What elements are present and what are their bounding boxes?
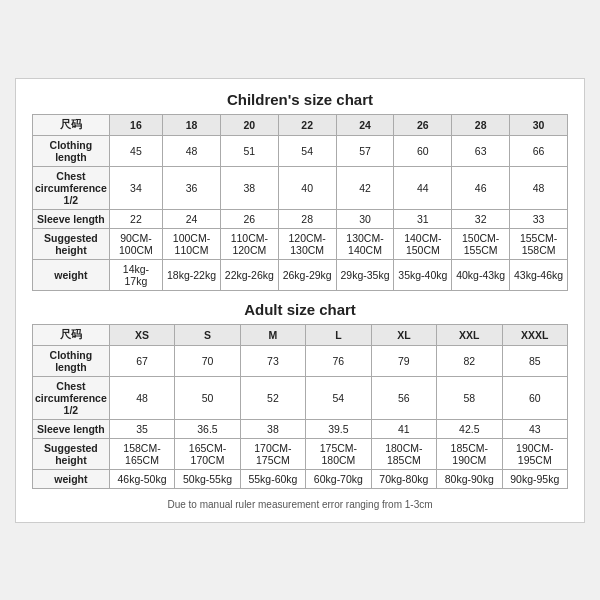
table-row: Sleeve length2224262830313233 xyxy=(33,209,568,228)
row-label-2: Sleeve length xyxy=(33,419,110,438)
col-header-5: XL xyxy=(371,324,436,345)
cell-r3-c2: 170CM-175CM xyxy=(240,438,305,469)
cell-r1-c7: 48 xyxy=(510,166,568,209)
cell-r0-c5: 60 xyxy=(394,135,452,166)
cell-r3-c1: 165CM-170CM xyxy=(175,438,240,469)
col-header-6: XXL xyxy=(437,324,502,345)
table-row: Chest circumference 1/248505254565860 xyxy=(33,376,568,419)
col-header-3: 20 xyxy=(220,114,278,135)
footer-note: Due to manual ruler measurement error ra… xyxy=(32,499,568,510)
col-header-6: 26 xyxy=(394,114,452,135)
cell-r3-c6: 150CM-155CM xyxy=(452,228,510,259)
row-label-3: Suggested height xyxy=(33,438,110,469)
cell-r0-c1: 48 xyxy=(163,135,221,166)
children-size-table: 尺码1618202224262830 Clothing length454851… xyxy=(32,114,568,291)
cell-r0-c2: 51 xyxy=(220,135,278,166)
cell-r4-c3: 26kg-29kg xyxy=(278,259,336,290)
cell-r2-c2: 26 xyxy=(220,209,278,228)
cell-r4-c0: 14kg-17kg xyxy=(109,259,162,290)
row-label-0: Clothing length xyxy=(33,135,110,166)
cell-r0-c4: 79 xyxy=(371,345,436,376)
col-header-7: 28 xyxy=(452,114,510,135)
cell-r4-c1: 18kg-22kg xyxy=(163,259,221,290)
cell-r3-c3: 175CM-180CM xyxy=(306,438,371,469)
cell-r1-c6: 60 xyxy=(502,376,567,419)
cell-r3-c5: 140CM-150CM xyxy=(394,228,452,259)
cell-r2-c7: 33 xyxy=(510,209,568,228)
children-chart-title: Children's size chart xyxy=(32,91,568,108)
cell-r4-c4: 29kg-35kg xyxy=(336,259,394,290)
col-header-4: L xyxy=(306,324,371,345)
cell-r3-c7: 155CM-158CM xyxy=(510,228,568,259)
row-label-2: Sleeve length xyxy=(33,209,110,228)
table-row: Suggested height158CM-165CM165CM-170CM17… xyxy=(33,438,568,469)
cell-r3-c1: 100CM-110CM xyxy=(163,228,221,259)
col-header-8: 30 xyxy=(510,114,568,135)
cell-r2-c2: 38 xyxy=(240,419,305,438)
cell-r2-c5: 42.5 xyxy=(437,419,502,438)
cell-r4-c0: 46kg-50kg xyxy=(109,469,174,488)
table-row: Sleeve length3536.53839.54142.543 xyxy=(33,419,568,438)
cell-r4-c5: 80kg-90kg xyxy=(437,469,502,488)
col-header-2: S xyxy=(175,324,240,345)
cell-r2-c4: 30 xyxy=(336,209,394,228)
cell-r0-c0: 45 xyxy=(109,135,162,166)
table-row: weight14kg-17kg18kg-22kg22kg-26kg26kg-29… xyxy=(33,259,568,290)
cell-r3-c2: 110CM-120CM xyxy=(220,228,278,259)
cell-r3-c0: 158CM-165CM xyxy=(109,438,174,469)
cell-r1-c5: 58 xyxy=(437,376,502,419)
cell-r4-c2: 55kg-60kg xyxy=(240,469,305,488)
cell-r3-c6: 190CM-195CM xyxy=(502,438,567,469)
cell-r4-c6: 90kg-95kg xyxy=(502,469,567,488)
cell-r2-c1: 36.5 xyxy=(175,419,240,438)
cell-r1-c0: 48 xyxy=(109,376,174,419)
cell-r3-c4: 130CM-140CM xyxy=(336,228,394,259)
table-row: Clothing length4548515457606366 xyxy=(33,135,568,166)
col-header-0: 尺码 xyxy=(33,324,110,345)
cell-r0-c7: 66 xyxy=(510,135,568,166)
cell-r4-c2: 22kg-26kg xyxy=(220,259,278,290)
cell-r4-c4: 70kg-80kg xyxy=(371,469,436,488)
cell-r3-c5: 185CM-190CM xyxy=(437,438,502,469)
row-label-1: Chest circumference 1/2 xyxy=(33,376,110,419)
col-header-1: XS xyxy=(109,324,174,345)
cell-r2-c0: 22 xyxy=(109,209,162,228)
cell-r1-c0: 34 xyxy=(109,166,162,209)
cell-r1-c4: 56 xyxy=(371,376,436,419)
cell-r0-c6: 85 xyxy=(502,345,567,376)
cell-r4-c1: 50kg-55kg xyxy=(175,469,240,488)
cell-r0-c3: 54 xyxy=(278,135,336,166)
cell-r4-c7: 43kg-46kg xyxy=(510,259,568,290)
col-header-1: 16 xyxy=(109,114,162,135)
cell-r0-c4: 57 xyxy=(336,135,394,166)
cell-r2-c3: 28 xyxy=(278,209,336,228)
cell-r1-c3: 40 xyxy=(278,166,336,209)
cell-r3-c4: 180CM-185CM xyxy=(371,438,436,469)
cell-r1-c6: 46 xyxy=(452,166,510,209)
cell-r2-c3: 39.5 xyxy=(306,419,371,438)
cell-r4-c6: 40kg-43kg xyxy=(452,259,510,290)
cell-r2-c0: 35 xyxy=(109,419,174,438)
col-header-0: 尺码 xyxy=(33,114,110,135)
cell-r1-c3: 54 xyxy=(306,376,371,419)
cell-r2-c5: 31 xyxy=(394,209,452,228)
cell-r1-c2: 52 xyxy=(240,376,305,419)
row-label-0: Clothing length xyxy=(33,345,110,376)
cell-r3-c3: 120CM-130CM xyxy=(278,228,336,259)
table-row: weight46kg-50kg50kg-55kg55kg-60kg60kg-70… xyxy=(33,469,568,488)
col-header-5: 24 xyxy=(336,114,394,135)
adult-size-table: 尺码XSSMLXLXXLXXXL Clothing length67707376… xyxy=(32,324,568,489)
cell-r4-c5: 35kg-40kg xyxy=(394,259,452,290)
cell-r0-c6: 63 xyxy=(452,135,510,166)
table-row: Chest circumference 1/23436384042444648 xyxy=(33,166,568,209)
cell-r2-c6: 43 xyxy=(502,419,567,438)
cell-r2-c6: 32 xyxy=(452,209,510,228)
cell-r1-c2: 38 xyxy=(220,166,278,209)
cell-r1-c1: 36 xyxy=(163,166,221,209)
col-header-4: 22 xyxy=(278,114,336,135)
cell-r1-c5: 44 xyxy=(394,166,452,209)
col-header-3: M xyxy=(240,324,305,345)
table-row: Clothing length67707376798285 xyxy=(33,345,568,376)
adult-chart-title: Adult size chart xyxy=(32,301,568,318)
cell-r1-c1: 50 xyxy=(175,376,240,419)
